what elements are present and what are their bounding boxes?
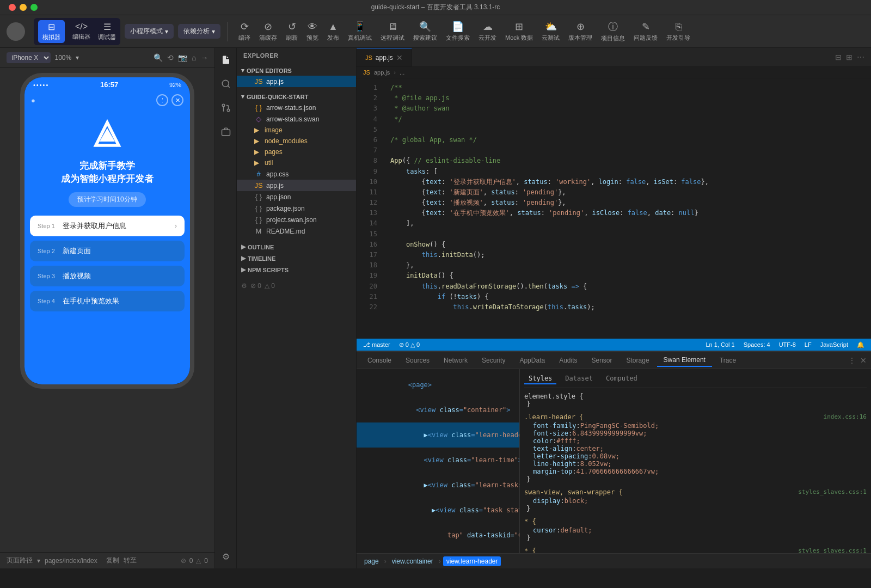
version-mgmt-btn[interactable]: ⊕ 版本管理: [568, 21, 592, 42]
phone-step-4[interactable]: Step 4 在手机中预览效果: [30, 291, 185, 311]
tab-close-btn[interactable]: ✕: [396, 53, 403, 62]
code-content[interactable]: /** * @file app.js * @author swan */ /* …: [384, 78, 871, 339]
home-icon[interactable]: ⌂: [192, 53, 196, 62]
settings-gear-icon[interactable]: ⚙: [241, 282, 247, 290]
cursor-position[interactable]: Ln 1, Col 1: [706, 341, 735, 348]
menu-btn[interactable]: ⋮: [156, 94, 168, 106]
error-indicator[interactable]: ⊘ 0 △ 0: [399, 341, 420, 348]
code-container[interactable]: 12345 678910 1112131415 1617181920 2122 …: [357, 78, 871, 339]
tab-audits[interactable]: Audits: [553, 354, 584, 366]
image-folder[interactable]: ▶ image: [237, 125, 356, 136]
issue-feedback-btn[interactable]: ✎ 问题反馈: [634, 21, 658, 42]
npm-scripts-header[interactable]: ▶ NPM SCRIPTS: [237, 264, 356, 275]
device-select[interactable]: iPhone X: [7, 52, 51, 63]
screenshot-icon[interactable]: 📷: [178, 53, 187, 62]
rotate-icon[interactable]: ⟲: [167, 53, 174, 62]
tab-appdata[interactable]: AppData: [513, 354, 551, 366]
swan-view-source[interactable]: styles_slaves.css:1: [798, 488, 867, 496]
breadcrumb-page[interactable]: page: [361, 556, 382, 566]
tab-security[interactable]: Security: [475, 354, 512, 366]
tap-highlight-source[interactable]: styles_slaves.css:1: [798, 547, 867, 553]
open-file-appjs[interactable]: JS app.js: [237, 76, 356, 87]
spaces-indicator[interactable]: Spaces: 4: [744, 341, 770, 348]
debugger-btn[interactable]: ☰ 调试器: [98, 22, 116, 41]
dom-line-task-0b[interactable]: tap" data-taskid="0">...</view>: [357, 523, 519, 548]
clear-cache-btn[interactable]: ⊘ 清缓存: [259, 21, 277, 42]
dependency-dropdown[interactable]: 依赖分析 ▾: [178, 24, 220, 39]
dev-guide-btn[interactable]: ⎘ 开发引导: [666, 21, 690, 42]
publish-btn[interactable]: ▲ 发布: [327, 21, 339, 42]
devtools-close-icon[interactable]: ✕: [860, 356, 867, 365]
arrow-status-json[interactable]: { } arrow-status.json: [237, 102, 356, 113]
readme-md[interactable]: M README.md: [237, 225, 356, 237]
eol-indicator[interactable]: LF: [805, 341, 812, 348]
app-json[interactable]: { } app.json: [237, 191, 356, 203]
tab-sensor[interactable]: Sensor: [585, 354, 619, 366]
language-indicator[interactable]: JavaScript: [820, 341, 848, 348]
copy-action[interactable]: 复制: [106, 556, 119, 565]
notification-icon[interactable]: 🔔: [857, 341, 864, 348]
outline-header[interactable]: ▶ OUTLINE: [237, 241, 356, 253]
tab-network[interactable]: Network: [437, 354, 474, 366]
git-branch[interactable]: ⎇ master: [363, 341, 390, 348]
close-button[interactable]: [9, 4, 16, 11]
timeline-header[interactable]: ▶ TIMELINE: [237, 253, 356, 264]
dom-line-page[interactable]: <page>: [357, 372, 519, 397]
cloud-dev-btn[interactable]: ☁ 云开发: [479, 21, 496, 42]
search-suggest-btn[interactable]: 🔍 搜索建议: [413, 21, 437, 42]
simulator-btn[interactable]: ⊟ 模拟器: [38, 20, 65, 43]
phone-step-3[interactable]: Step 3 播放视频: [30, 266, 185, 286]
app-js-file[interactable]: JS app.js: [237, 180, 356, 191]
tab-swan-element[interactable]: Swan Element: [657, 354, 712, 367]
styles-tab-styles[interactable]: Styles: [524, 373, 556, 384]
phone-step-1[interactable]: Step 1 登录并获取用户信息 ›: [30, 216, 185, 236]
files-icon[interactable]: [218, 52, 234, 68]
tab-console[interactable]: Console: [361, 354, 398, 366]
encoding-indicator[interactable]: UTF-8: [779, 341, 796, 348]
devtools-more-icon[interactable]: ⋮: [848, 356, 856, 365]
styles-tab-dataset[interactable]: Dataset: [561, 373, 597, 384]
learn-header-source[interactable]: index.css:16: [824, 413, 867, 421]
goto-action[interactable]: 转至: [124, 556, 137, 565]
pages-folder[interactable]: ▶ pages: [237, 146, 356, 157]
dom-line-container[interactable]: <view class="container">: [357, 397, 519, 422]
project-header[interactable]: ▾ GUIDE-QUICK-START: [237, 91, 356, 102]
dom-line-task-0a[interactable]: ▶<view class="task status-working swan-s…: [357, 498, 519, 523]
breadcrumb-view-learn-header[interactable]: view.learn-header: [443, 556, 501, 566]
search-icon[interactable]: 🔍: [154, 53, 163, 62]
util-folder[interactable]: ▶ util: [237, 157, 356, 168]
settings-icon[interactable]: ⚙: [218, 549, 234, 564]
minimize-button[interactable]: [20, 4, 27, 11]
file-search-btn[interactable]: 📄 文件搜索: [446, 21, 470, 42]
tab-storage[interactable]: Storage: [620, 354, 656, 366]
styles-tab-computed[interactable]: Computed: [602, 373, 642, 384]
remote-debug-btn[interactable]: 🖥 远程调试: [381, 21, 404, 42]
compile-btn[interactable]: ⟳ 编译: [238, 21, 250, 42]
project-info-btn[interactable]: ⓘ 项目信息: [601, 20, 625, 42]
git-icon[interactable]: [218, 100, 234, 115]
open-editors-header[interactable]: ▾ OPEN EDITORS: [237, 65, 356, 76]
breadcrumb-view-container[interactable]: view.container: [389, 556, 437, 566]
forward-icon[interactable]: →: [201, 53, 208, 62]
path-dropdown-icon[interactable]: ▾: [37, 557, 40, 565]
arrow-status-swan[interactable]: ◇ arrow-status.swan: [237, 113, 356, 125]
cloud-test-btn[interactable]: ⛅ 云测试: [542, 21, 560, 42]
search-sidebar-icon[interactable]: [218, 76, 234, 91]
dom-line-learn-tasks[interactable]: ▶<view class="learn-tasks">: [357, 473, 519, 498]
dom-line-learn-time[interactable]: <view class="learn-time">...</view>: [357, 448, 519, 473]
dom-line-learn-header[interactable]: ▶<view class="learn-header">...</view>: [357, 422, 519, 448]
avatar[interactable]: [7, 22, 25, 41]
preview-btn[interactable]: 👁 预览: [306, 21, 318, 42]
mock-data-btn[interactable]: ⊞ Mock 数据: [505, 21, 533, 42]
split-editor-icon[interactable]: ⊟: [835, 53, 842, 62]
close-btn[interactable]: ✕: [171, 94, 183, 106]
app-css[interactable]: # app.css: [237, 168, 356, 180]
package-json[interactable]: { } package.json: [237, 203, 356, 214]
editor-btn[interactable]: </> 编辑器: [72, 22, 90, 41]
refresh-btn[interactable]: ↺ 刷新: [286, 21, 298, 42]
phone-step-2[interactable]: Step 2 新建页面: [30, 241, 185, 261]
toggle-panel-icon[interactable]: ⊞: [846, 53, 852, 62]
tab-trace[interactable]: Trace: [713, 354, 743, 366]
project-swan-json[interactable]: { } project.swan.json: [237, 214, 356, 225]
zoom-dropdown-arrow[interactable]: ▾: [76, 54, 79, 62]
